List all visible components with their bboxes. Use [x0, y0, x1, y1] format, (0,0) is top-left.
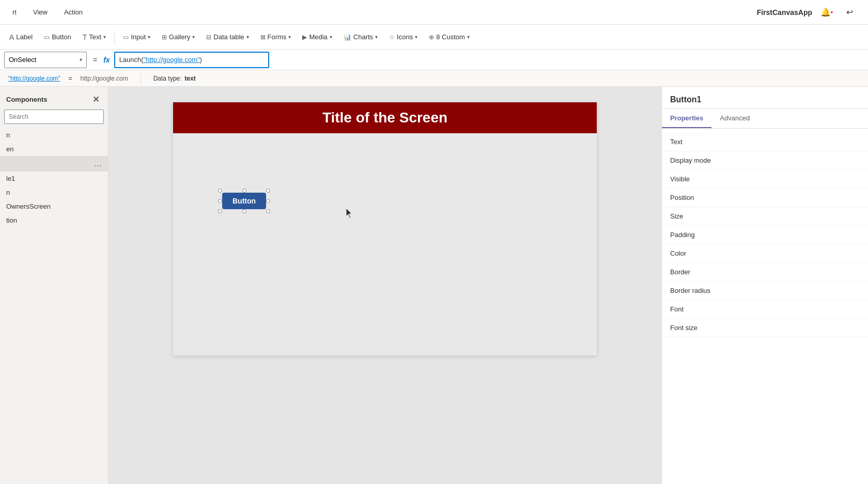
formula-fx-symbol: fx — [103, 56, 110, 64]
button-selection-area[interactable]: Button — [222, 193, 266, 209]
property-size[interactable]: Size — [662, 207, 868, 226]
input-icon: ▭ — [123, 34, 129, 41]
property-text[interactable]: Text — [662, 133, 868, 151]
toolbar-text[interactable]: T Text ▾ — [78, 30, 111, 44]
property-font-size-label: Font size — [670, 324, 860, 332]
top-bar-left: rt View Action — [4, 6, 87, 18]
sidebar-item-label1[interactable]: le1 — [0, 171, 108, 185]
property-color[interactable]: Color — [662, 244, 868, 263]
toolbar-gallery[interactable]: ⊞ Gallery ▾ — [157, 30, 200, 44]
toolbar-label-text: Label — [16, 33, 33, 41]
hint-left-value: "http://google.com" — [8, 75, 60, 82]
formula-selector-value: OnSelect — [9, 56, 36, 64]
toolbar-custom-text: 8 Custom — [436, 33, 465, 41]
formula-selector[interactable]: OnSelect ▾ — [4, 52, 87, 68]
media-chevron-icon: ▾ — [330, 34, 332, 40]
sidebar-item-label: en — [6, 145, 13, 153]
svg-marker-0 — [346, 208, 352, 218]
toolbar-gallery-text: Gallery — [169, 33, 190, 41]
component-title: Button1 — [670, 95, 701, 104]
charts-chevron-icon: ▾ — [375, 34, 378, 40]
cursor-indicator — [346, 208, 354, 221]
text-icon: T — [83, 33, 87, 41]
insert-toolbar: A Label ▭ Button T Text ▾ ▭ Input ▾ ⊞ Ga… — [0, 25, 868, 50]
icons-chevron-icon: ▾ — [415, 34, 417, 40]
sidebar-item-selected[interactable]: … — [0, 156, 108, 171]
gallery-icon: ⊞ — [162, 34, 167, 41]
formula-bar: OnSelect ▾ = fx Launch("http://google.co… — [0, 50, 868, 70]
canvas-button[interactable]: Button — [222, 193, 266, 209]
toolbar-input-text: Input — [131, 33, 146, 41]
property-visible[interactable]: Visible — [662, 170, 868, 189]
nav-home[interactable]: rt — [8, 6, 21, 18]
sidebar-close-icon[interactable]: ✕ — [89, 93, 102, 105]
formula-eq-symbol: = — [91, 56, 99, 64]
tab-properties[interactable]: Properties — [662, 109, 711, 128]
sidebar-item-n[interactable]: n — [0, 128, 108, 142]
datatable-icon: ⊟ — [206, 34, 211, 41]
right-panel: Button1 Properties Advanced Text Display… — [661, 87, 868, 484]
handle-left-mid — [218, 199, 222, 203]
formula-link: "http://google.com" — [144, 56, 200, 64]
toolbar-input[interactable]: ▭ Input ▾ — [118, 30, 156, 44]
toolbar-label[interactable]: A Label — [4, 30, 38, 44]
property-font[interactable]: Font — [662, 300, 868, 319]
selector-chevron-icon: ▾ — [80, 57, 82, 63]
hint-separator — [141, 73, 141, 84]
app-title: FirstCanvasApp — [757, 8, 812, 17]
sidebar-item-tion[interactable]: tion — [0, 213, 108, 227]
sidebar-header: Components ✕ — [0, 87, 108, 110]
data-type-value: text — [184, 75, 195, 82]
toolbar-custom[interactable]: ⊕ 8 Custom ▾ — [424, 30, 475, 44]
data-type-label: Data type: — [153, 75, 182, 82]
toolbar-forms-text: Forms — [268, 33, 287, 41]
handle-bot-mid — [242, 209, 246, 213]
nav-view[interactable]: View — [29, 6, 52, 18]
right-panel-header: Button1 — [662, 87, 868, 109]
left-sidebar: Components ✕ n en … le1 n OwnersScreen t… — [0, 87, 109, 484]
main-layout: Components ✕ n en … le1 n OwnersScreen t… — [0, 87, 868, 484]
toolbar-button-text: Button — [52, 33, 71, 41]
button-icon: ▭ — [44, 34, 50, 41]
handle-right-mid — [266, 199, 270, 203]
forms-chevron-icon: ▾ — [288, 34, 291, 40]
sidebar-item-en[interactable]: en — [0, 142, 108, 156]
undo-icon[interactable]: ↩ — [841, 4, 858, 21]
handle-bot-right — [266, 209, 270, 213]
toolbar-icons[interactable]: ☆ Icons ▾ — [384, 30, 423, 44]
toolbar-charts[interactable]: 📊 Charts ▾ — [338, 30, 383, 44]
toolbar-forms[interactable]: ⊠ Forms ▾ — [255, 30, 297, 44]
tab-advanced[interactable]: Advanced — [711, 109, 758, 128]
property-color-label: Color — [670, 249, 860, 257]
property-border-radius[interactable]: Border radius — [662, 282, 868, 300]
property-padding[interactable]: Padding — [662, 226, 868, 244]
handle-top-right — [266, 189, 270, 193]
sidebar-item-button[interactable]: n — [0, 185, 108, 199]
notification-icon[interactable]: 🔔● — [818, 4, 835, 21]
property-visible-label: Visible — [670, 175, 860, 183]
top-bar-right: FirstCanvasApp 🔔● ↩ — [757, 4, 864, 21]
canvas-area[interactable]: Title of the Screen — [109, 87, 661, 484]
sidebar-search-input[interactable] — [4, 110, 104, 124]
sidebar-item-owners-screen[interactable]: OwnersScreen — [0, 199, 108, 213]
toolbar-datatable[interactable]: ⊟ Data table ▾ — [201, 30, 254, 44]
formula-input[interactable]: Launch("http://google.com") — [114, 52, 269, 68]
property-font-size[interactable]: Font size — [662, 319, 868, 337]
canvas-button-wrapper[interactable]: Button — [222, 193, 266, 209]
property-position[interactable]: Position — [662, 189, 868, 207]
custom-chevron-icon: ▾ — [467, 34, 470, 40]
screen-title-text: Title of the Screen — [322, 110, 447, 126]
toolbar-datatable-text: Data table — [213, 33, 244, 41]
toolbar-button[interactable]: ▭ Button — [39, 30, 76, 44]
top-bar: rt View Action FirstCanvasApp 🔔● ↩ — [0, 0, 868, 25]
sidebar-item-more-icon[interactable]: … — [94, 159, 102, 168]
property-display-mode[interactable]: Display mode — [662, 151, 868, 170]
toolbar-charts-text: Charts — [353, 33, 373, 41]
input-chevron-icon: ▾ — [148, 34, 150, 40]
property-position-label: Position — [670, 194, 860, 201]
property-size-label: Size — [670, 212, 860, 220]
toolbar-media[interactable]: ▶ Media ▾ — [297, 30, 337, 44]
nav-action[interactable]: Action — [60, 6, 87, 18]
property-border[interactable]: Border — [662, 263, 868, 282]
screen-body[interactable]: Button — [173, 133, 597, 355]
